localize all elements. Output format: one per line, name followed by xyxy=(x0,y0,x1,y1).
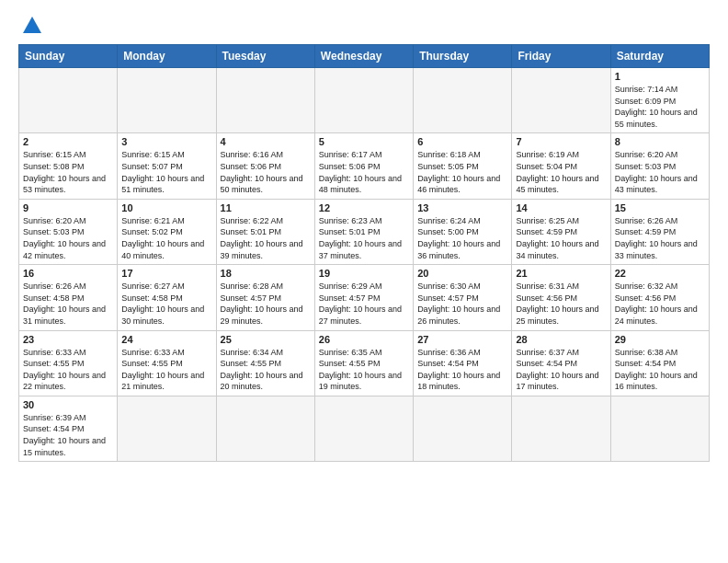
calendar-cell: 18Sunrise: 6:28 AM Sunset: 4:57 PM Dayli… xyxy=(216,265,314,330)
calendar-cell: 5Sunrise: 6:17 AM Sunset: 5:06 PM Daylig… xyxy=(314,133,413,199)
day-number: 16 xyxy=(23,268,113,279)
calendar-cell xyxy=(414,396,512,461)
day-number: 2 xyxy=(23,136,113,147)
calendar-cell: 13Sunrise: 6:24 AM Sunset: 5:00 PM Dayli… xyxy=(414,199,512,264)
day-number: 3 xyxy=(121,136,211,147)
calendar-cell: 20Sunrise: 6:30 AM Sunset: 4:57 PM Dayli… xyxy=(414,265,512,330)
day-number: 1 xyxy=(615,71,705,82)
calendar-cell: 10Sunrise: 6:21 AM Sunset: 5:02 PM Dayli… xyxy=(118,199,216,264)
day-info: Sunrise: 6:25 AM Sunset: 4:59 PM Dayligh… xyxy=(516,215,606,261)
day-info: Sunrise: 6:33 AM Sunset: 4:55 PM Dayligh… xyxy=(121,347,211,393)
day-number: 19 xyxy=(319,268,409,279)
day-info: Sunrise: 6:26 AM Sunset: 4:58 PM Dayligh… xyxy=(23,281,113,327)
calendar-cell: 22Sunrise: 6:32 AM Sunset: 4:56 PM Dayli… xyxy=(610,265,709,330)
calendar-cell xyxy=(414,68,512,133)
calendar-cell: 9Sunrise: 6:20 AM Sunset: 5:03 PM Daylig… xyxy=(19,199,118,264)
calendar-cell: 28Sunrise: 6:37 AM Sunset: 4:54 PM Dayli… xyxy=(512,330,610,396)
day-number: 20 xyxy=(417,268,507,279)
day-number: 25 xyxy=(221,334,311,345)
calendar-week-1: 1Sunrise: 7:14 AM Sunset: 6:09 PM Daylig… xyxy=(19,68,710,133)
calendar-dow-friday: Friday xyxy=(512,45,610,68)
calendar-cell: 16Sunrise: 6:26 AM Sunset: 4:58 PM Dayli… xyxy=(19,265,118,330)
calendar-cell: 11Sunrise: 6:22 AM Sunset: 5:01 PM Dayli… xyxy=(216,199,314,264)
calendar-cell: 23Sunrise: 6:33 AM Sunset: 4:55 PM Dayli… xyxy=(19,330,118,396)
calendar-dow-wednesday: Wednesday xyxy=(314,45,413,68)
calendar-cell: 12Sunrise: 6:23 AM Sunset: 5:01 PM Dayli… xyxy=(314,199,413,264)
calendar-week-5: 23Sunrise: 6:33 AM Sunset: 4:55 PM Dayli… xyxy=(19,330,710,396)
day-info: Sunrise: 6:23 AM Sunset: 5:01 PM Dayligh… xyxy=(319,215,409,261)
day-number: 18 xyxy=(221,268,311,279)
calendar-cell: 26Sunrise: 6:35 AM Sunset: 4:55 PM Dayli… xyxy=(314,330,413,396)
day-number: 10 xyxy=(121,202,211,213)
day-info: Sunrise: 6:30 AM Sunset: 4:57 PM Dayligh… xyxy=(417,281,507,327)
calendar-cell xyxy=(512,68,610,133)
day-info: Sunrise: 6:32 AM Sunset: 4:56 PM Dayligh… xyxy=(615,281,705,327)
svg-marker-0 xyxy=(23,17,41,33)
calendar-week-4: 16Sunrise: 6:26 AM Sunset: 4:58 PM Dayli… xyxy=(19,265,710,330)
day-number: 23 xyxy=(23,334,113,345)
day-info: Sunrise: 6:24 AM Sunset: 5:00 PM Dayligh… xyxy=(417,215,507,261)
day-number: 27 xyxy=(417,334,507,345)
day-number: 4 xyxy=(221,136,311,147)
calendar-table: SundayMondayTuesdayWednesdayThursdayFrid… xyxy=(18,44,710,462)
calendar-dow-thursday: Thursday xyxy=(414,45,512,68)
calendar-cell: 24Sunrise: 6:33 AM Sunset: 4:55 PM Dayli… xyxy=(118,330,216,396)
day-number: 22 xyxy=(615,268,705,279)
day-info: Sunrise: 6:28 AM Sunset: 4:57 PM Dayligh… xyxy=(221,281,311,327)
calendar-cell xyxy=(118,68,216,133)
calendar-week-3: 9Sunrise: 6:20 AM Sunset: 5:03 PM Daylig… xyxy=(19,199,710,264)
day-info: Sunrise: 6:31 AM Sunset: 4:56 PM Dayligh… xyxy=(516,281,606,327)
day-info: Sunrise: 6:37 AM Sunset: 4:54 PM Dayligh… xyxy=(516,347,606,393)
page: SundayMondayTuesdayWednesdayThursdayFrid… xyxy=(0,0,728,471)
day-number: 9 xyxy=(23,202,113,213)
day-info: Sunrise: 6:36 AM Sunset: 4:54 PM Dayligh… xyxy=(417,347,507,393)
day-info: Sunrise: 6:16 AM Sunset: 5:06 PM Dayligh… xyxy=(221,149,311,195)
calendar-cell xyxy=(216,68,314,133)
calendar-cell: 29Sunrise: 6:38 AM Sunset: 4:54 PM Dayli… xyxy=(610,330,709,396)
calendar-cell: 14Sunrise: 6:25 AM Sunset: 4:59 PM Dayli… xyxy=(512,199,610,264)
calendar-week-2: 2Sunrise: 6:15 AM Sunset: 5:08 PM Daylig… xyxy=(19,133,710,199)
day-info: Sunrise: 6:33 AM Sunset: 4:55 PM Dayligh… xyxy=(23,347,113,393)
calendar-header-row: SundayMondayTuesdayWednesdayThursdayFrid… xyxy=(19,45,710,68)
calendar-cell xyxy=(19,68,118,133)
day-number: 6 xyxy=(417,136,507,147)
calendar-dow-sunday: Sunday xyxy=(19,45,118,68)
day-number: 14 xyxy=(516,202,606,213)
calendar-dow-tuesday: Tuesday xyxy=(216,45,314,68)
calendar-cell: 4Sunrise: 6:16 AM Sunset: 5:06 PM Daylig… xyxy=(216,133,314,199)
day-number: 26 xyxy=(319,334,409,345)
day-number: 5 xyxy=(319,136,409,147)
day-info: Sunrise: 6:26 AM Sunset: 4:59 PM Dayligh… xyxy=(615,215,705,261)
calendar-cell: 1Sunrise: 7:14 AM Sunset: 6:09 PM Daylig… xyxy=(610,68,709,133)
day-number: 12 xyxy=(319,202,409,213)
calendar-cell xyxy=(610,396,709,461)
day-info: Sunrise: 6:39 AM Sunset: 4:54 PM Dayligh… xyxy=(23,412,113,458)
calendar-dow-saturday: Saturday xyxy=(610,45,709,68)
day-info: Sunrise: 6:29 AM Sunset: 4:57 PM Dayligh… xyxy=(319,281,409,327)
day-info: Sunrise: 6:20 AM Sunset: 5:03 PM Dayligh… xyxy=(615,149,705,195)
day-number: 13 xyxy=(417,202,507,213)
day-number: 29 xyxy=(615,334,705,345)
day-number: 7 xyxy=(516,136,606,147)
logo-triangle-icon xyxy=(22,15,42,35)
header xyxy=(18,15,710,35)
calendar-cell xyxy=(216,396,314,461)
day-number: 11 xyxy=(221,202,311,213)
calendar-cell: 8Sunrise: 6:20 AM Sunset: 5:03 PM Daylig… xyxy=(610,133,709,199)
calendar-cell: 17Sunrise: 6:27 AM Sunset: 4:58 PM Dayli… xyxy=(118,265,216,330)
day-number: 8 xyxy=(615,136,705,147)
day-info: Sunrise: 6:18 AM Sunset: 5:05 PM Dayligh… xyxy=(417,149,507,195)
calendar-cell xyxy=(314,68,413,133)
day-info: Sunrise: 6:38 AM Sunset: 4:54 PM Dayligh… xyxy=(615,347,705,393)
calendar-week-6: 30Sunrise: 6:39 AM Sunset: 4:54 PM Dayli… xyxy=(19,396,710,461)
day-number: 24 xyxy=(121,334,211,345)
day-info: Sunrise: 6:19 AM Sunset: 5:04 PM Dayligh… xyxy=(516,149,606,195)
day-info: Sunrise: 6:34 AM Sunset: 4:55 PM Dayligh… xyxy=(221,347,311,393)
calendar-cell xyxy=(512,396,610,461)
calendar-cell: 30Sunrise: 6:39 AM Sunset: 4:54 PM Dayli… xyxy=(19,396,118,461)
calendar-cell: 7Sunrise: 6:19 AM Sunset: 5:04 PM Daylig… xyxy=(512,133,610,199)
calendar-cell xyxy=(118,396,216,461)
calendar-cell: 19Sunrise: 6:29 AM Sunset: 4:57 PM Dayli… xyxy=(314,265,413,330)
logo xyxy=(18,15,42,35)
calendar-cell: 25Sunrise: 6:34 AM Sunset: 4:55 PM Dayli… xyxy=(216,330,314,396)
